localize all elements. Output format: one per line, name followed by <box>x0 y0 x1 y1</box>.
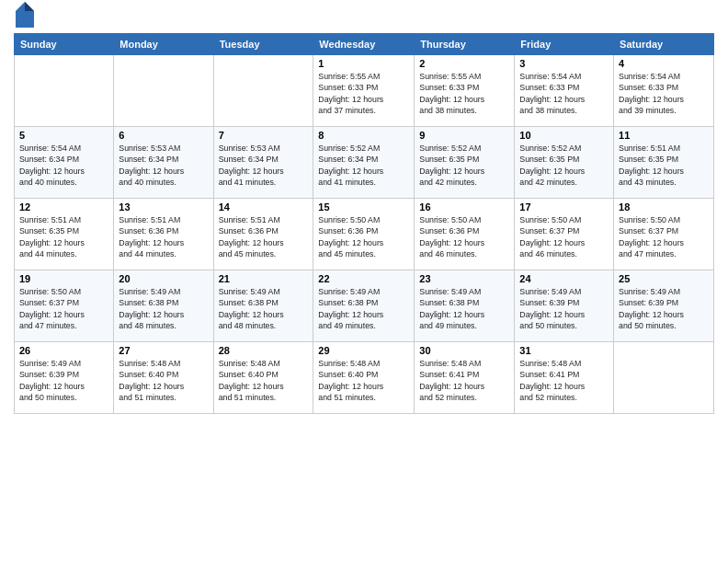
calendar-cell: 6Sunrise: 5:53 AM Sunset: 6:34 PM Daylig… <box>114 127 213 199</box>
calendar-cell <box>614 342 714 414</box>
calendar-header-tuesday: Tuesday <box>213 34 313 55</box>
day-number: 1 <box>318 58 409 69</box>
day-info: Sunrise: 5:53 AM Sunset: 6:34 PM Dayligh… <box>219 143 309 188</box>
day-info: Sunrise: 5:50 AM Sunset: 6:37 PM Dayligh… <box>619 214 709 259</box>
day-info: Sunrise: 5:48 AM Sunset: 6:40 PM Dayligh… <box>219 358 309 403</box>
day-info: Sunrise: 5:55 AM Sunset: 6:33 PM Dayligh… <box>419 71 509 116</box>
day-info: Sunrise: 5:52 AM Sunset: 6:35 PM Dayligh… <box>419 143 509 188</box>
day-number: 7 <box>219 130 309 141</box>
day-number: 30 <box>419 345 509 356</box>
calendar-cell: 17Sunrise: 5:50 AM Sunset: 6:37 PM Dayli… <box>515 199 614 270</box>
calendar-cell: 9Sunrise: 5:52 AM Sunset: 6:35 PM Daylig… <box>415 127 515 199</box>
day-number: 6 <box>119 130 208 141</box>
day-number: 19 <box>19 273 108 284</box>
day-number: 29 <box>318 345 409 356</box>
day-number: 21 <box>219 273 309 284</box>
calendar-cell: 10Sunrise: 5:52 AM Sunset: 6:35 PM Dayli… <box>515 127 614 199</box>
calendar-cell: 31Sunrise: 5:48 AM Sunset: 6:41 PM Dayli… <box>515 342 614 414</box>
day-number: 4 <box>619 58 709 69</box>
day-info: Sunrise: 5:48 AM Sunset: 6:40 PM Dayligh… <box>119 358 208 403</box>
calendar-cell: 8Sunrise: 5:52 AM Sunset: 6:34 PM Daylig… <box>313 127 415 199</box>
day-number: 17 <box>519 201 609 213</box>
calendar-week-1: 1Sunrise: 5:55 AM Sunset: 6:33 PM Daylig… <box>15 55 714 127</box>
calendar-cell: 3Sunrise: 5:54 AM Sunset: 6:33 PM Daylig… <box>515 55 614 127</box>
calendar-cell: 18Sunrise: 5:50 AM Sunset: 6:37 PM Dayli… <box>614 199 714 270</box>
day-info: Sunrise: 5:50 AM Sunset: 6:36 PM Dayligh… <box>318 214 409 259</box>
calendar-cell: 29Sunrise: 5:48 AM Sunset: 6:40 PM Dayli… <box>313 342 415 414</box>
day-number: 3 <box>519 58 609 69</box>
day-number: 26 <box>19 345 108 356</box>
calendar-cell: 20Sunrise: 5:49 AM Sunset: 6:38 PM Dayli… <box>114 270 213 342</box>
page: SundayMondayTuesdayWednesdayThursdayFrid… <box>0 0 728 563</box>
calendar-header-saturday: Saturday <box>614 34 714 55</box>
day-number: 20 <box>119 273 208 284</box>
day-info: Sunrise: 5:51 AM Sunset: 6:35 PM Dayligh… <box>19 214 108 259</box>
day-info: Sunrise: 5:48 AM Sunset: 6:41 PM Dayligh… <box>419 358 509 403</box>
calendar-cell: 11Sunrise: 5:51 AM Sunset: 6:35 PM Dayli… <box>614 127 714 199</box>
day-info: Sunrise: 5:51 AM Sunset: 6:36 PM Dayligh… <box>219 214 309 259</box>
calendar-header-wednesday: Wednesday <box>313 34 415 55</box>
calendar-cell: 13Sunrise: 5:51 AM Sunset: 6:36 PM Dayli… <box>114 199 213 270</box>
calendar-cell: 26Sunrise: 5:49 AM Sunset: 6:39 PM Dayli… <box>15 342 114 414</box>
day-info: Sunrise: 5:49 AM Sunset: 6:38 PM Dayligh… <box>318 286 409 331</box>
day-number: 31 <box>519 345 609 356</box>
day-info: Sunrise: 5:50 AM Sunset: 6:36 PM Dayligh… <box>419 214 509 259</box>
day-info: Sunrise: 5:49 AM Sunset: 6:39 PM Dayligh… <box>19 358 108 403</box>
day-info: Sunrise: 5:51 AM Sunset: 6:36 PM Dayligh… <box>119 214 208 259</box>
day-info: Sunrise: 5:55 AM Sunset: 6:33 PM Dayligh… <box>318 71 409 116</box>
calendar-cell: 19Sunrise: 5:50 AM Sunset: 6:37 PM Dayli… <box>15 270 114 342</box>
calendar-cell <box>213 55 313 127</box>
day-info: Sunrise: 5:49 AM Sunset: 6:38 PM Dayligh… <box>219 286 309 331</box>
calendar: SundayMondayTuesdayWednesdayThursdayFrid… <box>14 33 714 414</box>
day-info: Sunrise: 5:48 AM Sunset: 6:40 PM Dayligh… <box>318 358 409 403</box>
calendar-cell: 28Sunrise: 5:48 AM Sunset: 6:40 PM Dayli… <box>213 342 313 414</box>
calendar-week-4: 19Sunrise: 5:50 AM Sunset: 6:37 PM Dayli… <box>15 270 714 342</box>
day-info: Sunrise: 5:53 AM Sunset: 6:34 PM Dayligh… <box>119 143 208 188</box>
day-info: Sunrise: 5:50 AM Sunset: 6:37 PM Dayligh… <box>519 214 609 259</box>
day-info: Sunrise: 5:54 AM Sunset: 6:34 PM Dayligh… <box>19 143 108 188</box>
calendar-header-monday: Monday <box>114 34 213 55</box>
calendar-cell: 23Sunrise: 5:49 AM Sunset: 6:38 PM Dayli… <box>415 270 515 342</box>
calendar-cell: 21Sunrise: 5:49 AM Sunset: 6:38 PM Dayli… <box>213 270 313 342</box>
day-number: 2 <box>419 58 509 69</box>
calendar-cell <box>114 55 213 127</box>
day-info: Sunrise: 5:51 AM Sunset: 6:35 PM Dayligh… <box>619 143 709 188</box>
calendar-header-sunday: Sunday <box>15 34 114 55</box>
day-number: 12 <box>19 201 108 213</box>
calendar-week-5: 26Sunrise: 5:49 AM Sunset: 6:39 PM Dayli… <box>15 342 714 414</box>
day-number: 22 <box>318 273 409 284</box>
day-info: Sunrise: 5:54 AM Sunset: 6:33 PM Dayligh… <box>619 71 709 116</box>
calendar-cell: 30Sunrise: 5:48 AM Sunset: 6:41 PM Dayli… <box>415 342 515 414</box>
day-number: 13 <box>119 201 208 213</box>
day-number: 15 <box>318 201 409 213</box>
day-info: Sunrise: 5:49 AM Sunset: 6:39 PM Dayligh… <box>519 286 609 331</box>
calendar-cell: 16Sunrise: 5:50 AM Sunset: 6:36 PM Dayli… <box>415 199 515 270</box>
day-info: Sunrise: 5:54 AM Sunset: 6:33 PM Dayligh… <box>519 71 609 116</box>
svg-marker-1 <box>25 2 34 11</box>
day-info: Sunrise: 5:49 AM Sunset: 6:38 PM Dayligh… <box>119 286 208 331</box>
calendar-cell: 14Sunrise: 5:51 AM Sunset: 6:36 PM Dayli… <box>213 199 313 270</box>
day-info: Sunrise: 5:49 AM Sunset: 6:38 PM Dayligh… <box>419 286 509 331</box>
calendar-cell: 1Sunrise: 5:55 AM Sunset: 6:33 PM Daylig… <box>313 55 415 127</box>
day-info: Sunrise: 5:50 AM Sunset: 6:37 PM Dayligh… <box>19 286 108 331</box>
calendar-header-row: SundayMondayTuesdayWednesdayThursdayFrid… <box>15 34 714 55</box>
calendar-header-friday: Friday <box>515 34 614 55</box>
calendar-cell: 5Sunrise: 5:54 AM Sunset: 6:34 PM Daylig… <box>15 127 114 199</box>
calendar-cell: 25Sunrise: 5:49 AM Sunset: 6:39 PM Dayli… <box>614 270 714 342</box>
calendar-cell: 27Sunrise: 5:48 AM Sunset: 6:40 PM Dayli… <box>114 342 213 414</box>
calendar-week-3: 12Sunrise: 5:51 AM Sunset: 6:35 PM Dayli… <box>15 199 714 270</box>
calendar-cell: 4Sunrise: 5:54 AM Sunset: 6:33 PM Daylig… <box>614 55 714 127</box>
calendar-cell: 7Sunrise: 5:53 AM Sunset: 6:34 PM Daylig… <box>213 127 313 199</box>
day-number: 8 <box>318 130 409 141</box>
day-number: 10 <box>519 130 609 141</box>
day-number: 9 <box>419 130 509 141</box>
logo-icon <box>16 2 34 28</box>
day-info: Sunrise: 5:49 AM Sunset: 6:39 PM Dayligh… <box>619 286 709 331</box>
calendar-cell: 12Sunrise: 5:51 AM Sunset: 6:35 PM Dayli… <box>15 199 114 270</box>
day-number: 11 <box>619 130 709 141</box>
day-info: Sunrise: 5:52 AM Sunset: 6:35 PM Dayligh… <box>519 143 609 188</box>
calendar-cell: 22Sunrise: 5:49 AM Sunset: 6:38 PM Dayli… <box>313 270 415 342</box>
logo <box>14 9 34 28</box>
calendar-cell: 15Sunrise: 5:50 AM Sunset: 6:36 PM Dayli… <box>313 199 415 270</box>
day-number: 23 <box>419 273 509 284</box>
